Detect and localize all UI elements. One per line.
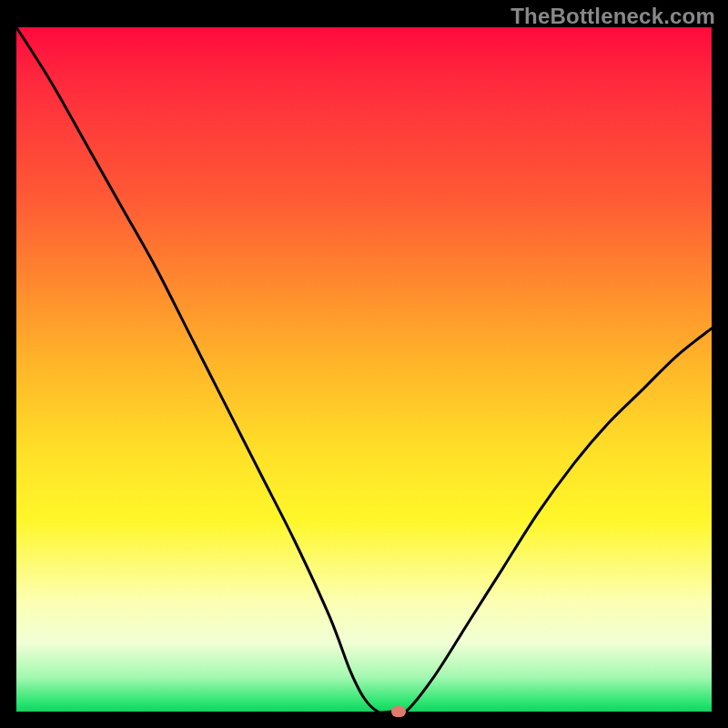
plot-area	[16, 27, 712, 712]
optimum-marker	[391, 706, 406, 717]
chart-frame: TheBottleneck.com	[0, 0, 728, 728]
watermark-text: TheBottleneck.com	[511, 4, 715, 29]
bottleneck-curve	[16, 27, 712, 712]
